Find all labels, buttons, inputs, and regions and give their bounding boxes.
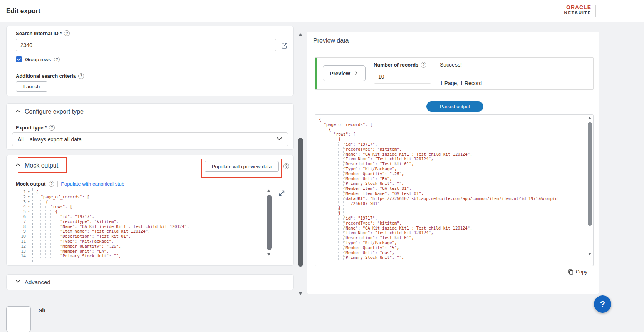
group-rows-row: Group rows: [16, 56, 60, 62]
search-settings-card: Search internal ID * Group rows Addition…: [6, 26, 294, 96]
mock-output-code[interactable]: { "page_of_records": [ { "rows": [ { "id…: [36, 189, 189, 258]
search-internal-id-input[interactable]: [16, 39, 276, 51]
help-icon[interactable]: [421, 62, 426, 68]
group-rows-label: Group rows: [25, 57, 51, 62]
toolbar-divider: [57, 181, 58, 187]
mock-output-toolbar: Mock output Populate with canonical stub: [16, 181, 124, 187]
page-header: Edit export ORACLE NETSUITE: [0, 0, 644, 22]
logo-oracle-text: ORACLE: [564, 5, 591, 10]
preview-controls-box: Preview Number of records Success! 1 Pag…: [315, 57, 594, 90]
search-internal-id-label-row: Search internal ID *: [16, 30, 70, 36]
populate-with-preview-data-button[interactable]: Populate with preview data: [205, 161, 279, 172]
chevron-up-icon[interactable]: [15, 162, 21, 169]
chevron-up-icon[interactable]: [15, 108, 21, 116]
search-internal-id-label: Search internal ID *: [16, 30, 62, 36]
chevron-right-icon: [354, 71, 359, 76]
expand-editor-icon[interactable]: [278, 190, 285, 198]
help-icon[interactable]: [64, 30, 70, 36]
parsed-output-box: { "page_of_records": [ { "rows": [ { "id…: [315, 114, 594, 266]
advanced-card: Advanced: [6, 274, 294, 290]
additional-search-criteria-label: Additional search criteria: [16, 73, 76, 79]
help-icon[interactable]: [78, 73, 84, 79]
advanced-title: Advanced: [25, 279, 50, 285]
panel-divider: [307, 50, 599, 50]
editor-scrollbar-thumb[interactable]: [267, 195, 272, 250]
header-right-divider: [595, 5, 596, 17]
additional-search-criteria-row: Additional search criteria: [16, 73, 84, 79]
logo-netsuite-text: NETSUITE: [564, 10, 591, 15]
page-title: Edit export: [6, 7, 40, 15]
help-icon[interactable]: [283, 163, 289, 169]
scroll-up-arrow[interactable]: [588, 117, 592, 119]
help-fab-button[interactable]: ?: [594, 295, 611, 313]
copy-button-label: Copy: [576, 269, 587, 275]
preview-button-label: Preview: [330, 70, 350, 77]
fold-markers[interactable]: ▾ ▾ ▾ ▾ ▾: [28, 189, 30, 253]
group-rows-checkbox[interactable]: [16, 56, 22, 62]
preview-data-title: Preview data: [313, 37, 349, 44]
export-type-selected-value: All – always export all data: [18, 136, 82, 143]
mock-output-title: Mock output: [25, 162, 58, 169]
scroll-up-arrow[interactable]: [267, 190, 271, 192]
preview-data-panel: Preview data Preview Number of records S…: [307, 32, 599, 294]
controls-divider: [436, 60, 436, 88]
editor-gutter: 1 2 3 4 5 6 7 8 9 10 11 12 13 14 ▾ ▾ ▾ ▾…: [16, 188, 33, 262]
export-type-label: Export type *: [16, 125, 47, 131]
scroll-down-arrow[interactable]: [588, 253, 592, 255]
configure-export-type-card: Configure export type Export type * All …: [6, 103, 294, 150]
scroll-up-arrow[interactable]: [299, 33, 302, 36]
copy-button[interactable]: Copy: [568, 269, 587, 275]
export-type-select[interactable]: All – always export all data: [12, 132, 288, 146]
parsed-output-tab[interactable]: Parsed output: [426, 101, 483, 112]
bottom-partial-button[interactable]: [6, 306, 31, 332]
number-of-records-input[interactable]: [374, 70, 431, 84]
oracle-netsuite-logo: ORACLE NETSUITE: [564, 5, 591, 15]
result-summary: 1 Page, 1 Record: [440, 80, 482, 86]
number-of-records-label-row: Number of records: [374, 62, 426, 68]
populate-with-canonical-stub-link[interactable]: Populate with canonical stub: [61, 181, 124, 187]
help-icon[interactable]: [54, 57, 60, 62]
mock-output-field-label: Mock output: [16, 181, 45, 187]
scroll-down-arrow[interactable]: [299, 292, 302, 295]
preview-button[interactable]: Preview: [323, 65, 366, 81]
editor-line-numbers: 1 2 3 4 5 6 7 8 9 10 11 12 13 14: [16, 189, 26, 258]
number-of-records-label: Number of records: [374, 62, 418, 68]
parsed-output-code: { "page_of_records": [ { "rows": [ { "id…: [319, 117, 558, 260]
mock-output-editor[interactable]: 1 2 3 4 5 6 7 8 9 10 11 12 13 14 ▾ ▾ ▾ ▾…: [16, 188, 275, 262]
configure-export-type-title: Configure export type: [25, 108, 84, 115]
open-search-external-link-icon[interactable]: [281, 42, 288, 51]
copy-icon: [568, 269, 574, 275]
chevron-down-icon: [276, 136, 283, 143]
main-scrollbar[interactable]: [297, 32, 304, 296]
success-text: Success!: [440, 62, 462, 68]
bottom-partial-text: Sh: [39, 307, 45, 314]
help-icon[interactable]: [49, 181, 54, 187]
scroll-down-arrow[interactable]: [267, 253, 271, 256]
advanced-header[interactable]: Advanced: [7, 275, 293, 290]
preview-scrollbar-thumb[interactable]: [588, 122, 592, 226]
mock-output-card: Mock output Populate with preview data M…: [6, 155, 294, 266]
help-icon[interactable]: [49, 125, 55, 131]
launch-button[interactable]: Launch: [16, 81, 47, 92]
export-type-label-row: Export type *: [16, 125, 55, 131]
chevron-down-icon[interactable]: [15, 278, 21, 286]
success-status-bar: [315, 58, 317, 89]
main-scrollbar-thumb[interactable]: [298, 138, 303, 267]
configure-export-type-header[interactable]: Configure export type: [7, 104, 293, 120]
